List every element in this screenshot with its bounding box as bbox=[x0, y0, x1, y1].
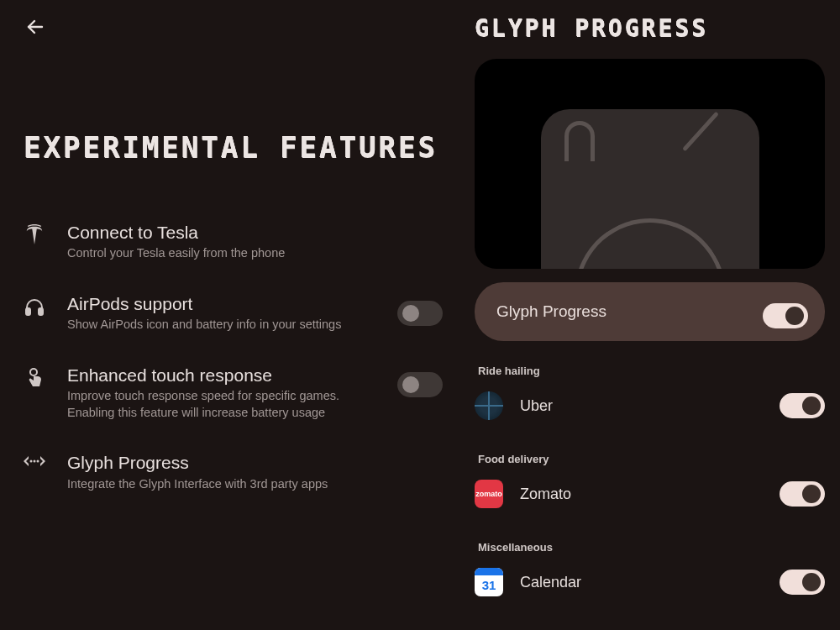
zomato-icon: zomato bbox=[475, 480, 503, 508]
svg-marker-4 bbox=[24, 456, 29, 466]
setting-airpods-support[interactable]: AirPods support Show AirPods icon and ba… bbox=[24, 277, 443, 349]
airpods-toggle[interactable] bbox=[397, 301, 443, 326]
app-row-uber[interactable]: Uber bbox=[475, 382, 825, 429]
section-label-misc: Miscellaneous bbox=[475, 541, 825, 554]
zomato-toggle[interactable] bbox=[780, 481, 825, 507]
app-name: Uber bbox=[520, 397, 763, 415]
section-label-food-delivery: Food delivery bbox=[475, 453, 825, 465]
svg-marker-5 bbox=[40, 456, 45, 466]
app-row-zomato[interactable]: zomato Zomato bbox=[475, 470, 825, 517]
svg-point-6 bbox=[34, 460, 36, 463]
setting-desc: Improve touch response speed for specifi… bbox=[67, 388, 353, 421]
setting-connect-to-tesla[interactable]: Connect to Tesla Control your Tesla easi… bbox=[24, 206, 443, 277]
calendar-toggle[interactable] bbox=[780, 570, 825, 595]
glyph-progress-toggle[interactable] bbox=[763, 303, 808, 328]
back-button[interactable] bbox=[24, 15, 47, 39]
setting-title: Enhanced touch response bbox=[67, 364, 375, 386]
uber-toggle[interactable] bbox=[780, 393, 825, 418]
setting-desc: Show AirPods icon and battery info in yo… bbox=[67, 317, 353, 333]
tesla-icon bbox=[24, 224, 45, 244]
app-name: Calendar bbox=[520, 574, 763, 591]
phone-back-illustration bbox=[541, 109, 759, 269]
setting-text: Glyph Progress Integrate the Glyph Inter… bbox=[67, 451, 443, 492]
setting-title: Connect to Tesla bbox=[67, 221, 443, 244]
svg-rect-2 bbox=[39, 308, 43, 315]
arrow-left-icon bbox=[25, 17, 45, 37]
svg-rect-1 bbox=[26, 308, 30, 315]
glyph-preview-card bbox=[475, 59, 825, 269]
setting-desc: Control your Tesla easily from the phone bbox=[67, 245, 353, 262]
touch-icon bbox=[24, 367, 45, 389]
setting-glyph-progress[interactable]: Glyph Progress Integrate the Glyph Inter… bbox=[24, 436, 443, 507]
toggle-label: Glyph Progress bbox=[496, 302, 763, 321]
app-name: Zomato bbox=[520, 486, 763, 503]
svg-point-8 bbox=[37, 460, 39, 463]
glyph-progress-master-toggle[interactable]: Glyph Progress bbox=[475, 282, 825, 341]
section-label-ride-hailing: Ride hailing bbox=[475, 365, 825, 377]
page-title: EXPERIMENTAL FEATURES bbox=[24, 131, 443, 164]
setting-text: Connect to Tesla Control your Tesla easi… bbox=[67, 221, 443, 262]
uber-icon bbox=[475, 391, 503, 420]
svg-point-7 bbox=[30, 460, 33, 463]
calendar-icon: 31 bbox=[475, 568, 503, 596]
setting-enhanced-touch[interactable]: Enhanced touch response Improve touch re… bbox=[24, 349, 443, 436]
setting-text: AirPods support Show AirPods icon and ba… bbox=[67, 292, 375, 333]
setting-desc: Integrate the Glyph Interface with 3rd p… bbox=[67, 476, 353, 493]
enhanced-touch-toggle[interactable] bbox=[397, 372, 443, 397]
experimental-features-pane: EXPERIMENTAL FEATURES Connect to Tesla C… bbox=[0, 0, 466, 630]
setting-title: AirPods support bbox=[67, 292, 375, 315]
headphones-icon bbox=[24, 296, 45, 316]
page-title: GLYPH PROGRESS bbox=[475, 15, 825, 42]
glyph-progress-pane: GLYPH PROGRESS Glyph Progress Ride haili… bbox=[466, 0, 840, 630]
integrate-icon bbox=[24, 454, 45, 468]
setting-text: Enhanced touch response Improve touch re… bbox=[67, 364, 375, 421]
app-row-calendar[interactable]: 31 Calendar bbox=[475, 559, 825, 606]
setting-title: Glyph Progress bbox=[67, 451, 443, 474]
